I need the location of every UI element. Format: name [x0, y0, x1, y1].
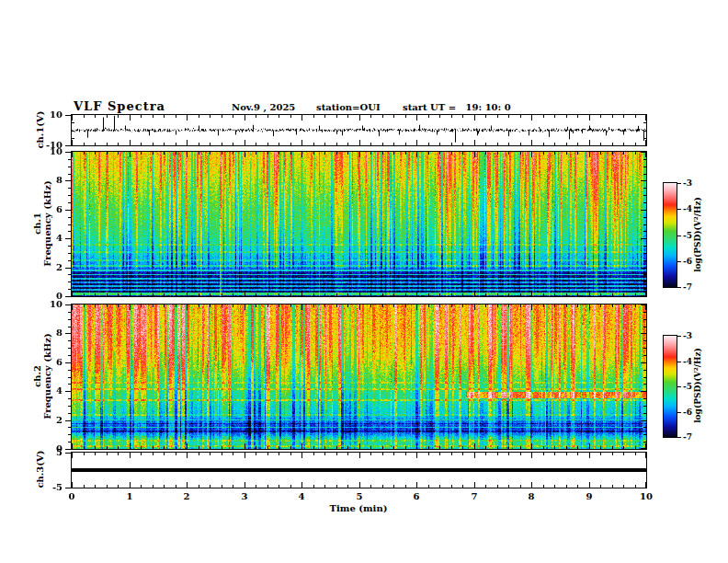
colorbar-ch1-tick-label: -6: [683, 257, 692, 266]
colorbar-ch1-tick: [677, 183, 681, 184]
time-tick-label: 8: [518, 491, 545, 501]
colorbar-ch2-tick: [677, 437, 681, 438]
colorbar-ch1-tick: [677, 261, 681, 262]
time-tick-label: 2: [173, 491, 200, 501]
colorbar-ch2-label: log(PSD)(V²/Hz): [693, 348, 702, 423]
ch1-frequency-axis-label: ch.1 Frequency (kHz): [32, 180, 52, 266]
ch3-waveform-ytick: [65, 488, 71, 488]
ch1-spectrogram-ytick-label: 4: [39, 233, 63, 243]
ch1-spectrogram-ytick: [65, 152, 71, 153]
ch1-spectrogram-ytick: [68, 202, 71, 203]
figure-title: VLF Spectra: [74, 99, 165, 113]
colorbar-ch2-tick: [677, 412, 681, 413]
ch1-spectrogram-ytick-label: 6: [39, 204, 63, 214]
ch1-spectrogram-ytick: [68, 274, 71, 275]
colorbar-ch2: [663, 335, 677, 438]
ch1-frequency-axis-label-line2: Frequency (kHz): [42, 180, 52, 266]
ch2-spectrogram-ytick: [65, 304, 71, 305]
ch3-waveform-ytick-label: 5: [39, 447, 63, 457]
ch2-spectrogram-ytick: [68, 319, 71, 320]
time-tick-label: 3: [231, 491, 258, 501]
ch1-spectrogram-panel: [71, 151, 647, 297]
ch2-spectrogram-ytick: [68, 327, 71, 327]
station-label: station=OUI: [316, 102, 381, 112]
colorbar-ch1-tick-label: -3: [683, 178, 692, 188]
ch1-waveform-canvas: [72, 115, 646, 145]
ch1-spectrogram-ytick: [68, 224, 71, 225]
ch1-spectrogram-ytick-label: 8: [39, 175, 63, 185]
ch1-waveform-ytick: [65, 115, 71, 116]
ch2-spectrogram-ytick: [65, 449, 71, 450]
time-tick-label: 7: [461, 491, 488, 501]
time-tick-label: 9: [575, 491, 603, 501]
ch2-spectrogram-ytick: [68, 370, 71, 371]
ch1-spectrogram-ytick-label: 2: [39, 262, 63, 272]
ch2-spectrogram-ytick: [65, 420, 71, 421]
ch2-spectrogram-ytick: [68, 312, 71, 313]
colorbar-ch2-tick: [677, 362, 681, 362]
time-tick-label: 0: [58, 491, 85, 501]
ch2-spectrogram-ytick: [68, 413, 71, 414]
colorbar-ch2-tick: [677, 386, 681, 387]
colorbar-ch2-tick-label: -5: [683, 382, 692, 391]
ch2-spectrogram-panel: [71, 304, 647, 450]
ch3-waveform-canvas: [72, 453, 646, 488]
colorbar-ch1-tick: [677, 236, 681, 236]
ch2-frequency-axis-label-line2: Frequency (kHz): [42, 333, 52, 419]
ch1-spectrogram-ytick: [68, 282, 71, 282]
ch3-waveform-ytick: [65, 453, 71, 454]
ch1-frequency-axis-label-line1: ch.1: [32, 180, 42, 266]
ch2-spectrogram-ytick: [68, 355, 71, 356]
ch1-spectrogram-ytick: [65, 238, 71, 239]
colorbar-ch2-tick-label: -4: [683, 357, 692, 366]
time-tick-label: 5: [346, 491, 373, 501]
ch1-spectrogram-canvas: [72, 152, 646, 296]
colorbar-ch1-tick-label: -5: [683, 231, 692, 240]
ch1-spectrogram-ytick: [68, 188, 71, 189]
ch2-spectrogram-canvas: [72, 304, 646, 449]
ch3-waveform-panel: [71, 452, 647, 488]
ch1-spectrogram-ytick: [65, 296, 71, 297]
ch2-spectrogram-ytick-label: 2: [39, 415, 63, 425]
ch1-waveform-ytick-label: 10: [39, 109, 63, 120]
date-label: Nov.9 , 2025: [232, 102, 295, 112]
ch1-spectrogram-ytick: [68, 246, 71, 247]
ch2-spectrogram-ytick-label: 8: [39, 327, 63, 338]
time-axis-label: Time (min): [317, 503, 400, 513]
ch2-spectrogram-ytick: [68, 427, 71, 428]
ch2-spectrogram-ytick-label: 4: [39, 385, 63, 396]
ch2-spectrogram-ytick: [65, 362, 71, 363]
time-tick-label: 1: [116, 491, 143, 501]
ch1-spectrogram-ytick: [68, 174, 71, 175]
ch2-spectrogram-ytick: [65, 333, 71, 334]
vlf-spectra-figure: VLF Spectra Nov.9 , 2025 station=OUI sta…: [0, 0, 728, 563]
ch2-spectrogram-ytick: [68, 434, 71, 435]
ch1-spectrogram-ytick: [68, 195, 71, 196]
ch2-spectrogram-ytick: [68, 377, 71, 378]
colorbar-ch2-tick-label: -3: [683, 331, 692, 340]
ch2-spectrogram-ytick: [68, 442, 71, 442]
ch2-frequency-axis-label: ch.2 Frequency (kHz): [32, 333, 52, 419]
time-tick-label: 6: [403, 491, 430, 501]
ch1-spectrogram-ytick: [68, 289, 71, 290]
ch1-spectrogram-ytick: [68, 159, 71, 160]
ch1-spectrogram-ytick: [68, 231, 71, 232]
ch2-spectrogram-ytick: [68, 384, 71, 385]
ch1-spectrogram-ytick: [68, 260, 71, 261]
colorbar-ch1: [663, 182, 677, 288]
time-tick-label: 4: [288, 491, 315, 501]
start-ut-label: start UT = 19: 10: 0: [403, 102, 511, 112]
colorbar-ch1-tick-label: -4: [683, 204, 692, 213]
colorbar-ch2-tick-label: -6: [683, 408, 692, 417]
colorbar-ch2-tick: [677, 336, 681, 337]
ch2-frequency-axis-label-line1: ch.2: [32, 333, 42, 419]
ch2-spectrogram-ytick-label: 6: [39, 357, 63, 367]
time-tick-label: 10: [632, 491, 660, 501]
colorbar-ch2-tick-label: -7: [683, 432, 692, 442]
ch2-spectrogram-ytick: [68, 406, 71, 407]
ch2-spectrogram-ytick: [65, 391, 71, 392]
ch2-spectrogram-ytick: [68, 340, 71, 341]
ch2-spectrogram-ytick-label: 10: [39, 299, 63, 309]
ch1-spectrogram-ytick: [68, 167, 71, 167]
ch1-waveform-ytick-label: -10: [39, 140, 63, 150]
